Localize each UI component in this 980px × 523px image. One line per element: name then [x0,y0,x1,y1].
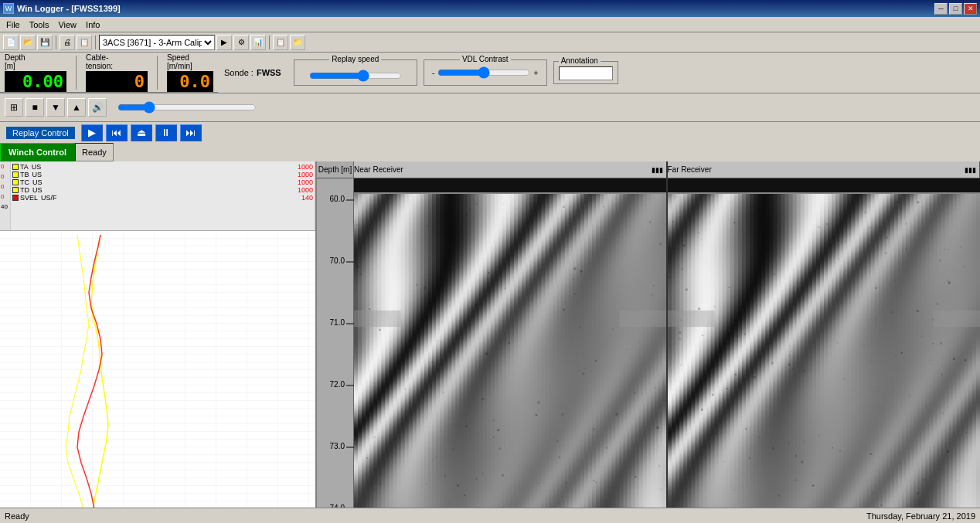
track-index-ta: 0 [0,161,10,172]
track-entry-tc: TC US 1000 [12,178,313,186]
replay-skip-back-btn[interactable]: ⏮ [106,124,128,141]
winch-status-bar: Winch Control Ready [0,143,980,161]
up-btn[interactable]: ▲ [67,98,86,117]
speed-value: 0.0 [167,71,213,92]
menu-tools[interactable]: Tools [25,19,54,31]
app-icon: W [3,3,14,14]
titlebar: W Win Logger - [FWSS1399] ─ □ ✕ [0,0,980,17]
track-unit-ta: US [32,163,42,171]
info-bar: Depth [m] 0.00 Cable- tension: 0 Speed [… [0,53,218,93]
vdl-content: 60.0 70.0 71.0 72.0 73.0 74.0 75.0 [317,178,980,508]
status-left: Ready [5,511,29,521]
toolbar: 📄 📂 💾 🖨 📋 3ACS [3671] - 3-Arm Caliper ▶ … [0,32,980,53]
toolbar-extra2-btn[interactable]: 📁 [290,35,305,50]
minimize-button[interactable]: ─ [934,3,948,15]
speaker-btn[interactable]: 🔊 [88,98,107,117]
toolbar-sep3 [269,36,270,49]
log-plot [0,231,315,508]
menubar: File Tools View Info [0,17,980,32]
track-scale-td: 1000 [298,186,313,194]
toolbar-open-btn[interactable]: 📂 [20,35,36,50]
far-receiver-vdl [668,178,980,508]
track-entry-ta: TA US 1000 [12,163,313,171]
depth-axis: 60.0 70.0 71.0 72.0 73.0 74.0 75.0 [317,178,354,508]
titlebar-left: W Win Logger - [FWSS1399] [3,3,121,14]
speed-group: Speed [m/min] 0.0 [167,53,213,92]
depth-label: Depth [m] [5,53,26,70]
track-scale-tb: 1000 [298,171,313,178]
speed-label: Speed [m/min] [167,53,192,70]
grid-btn[interactable]: ⊞ [5,98,23,117]
replay-skip-forward-btn[interactable]: ⏭ [180,124,202,141]
vdl-minus-label: - [432,69,434,77]
log-plot-svg [0,231,315,508]
toolbar-chart-btn[interactable]: 📊 [250,35,266,50]
track-headers: 0 0 0 0 40 TA US 1000 TB US 1000 [0,161,315,231]
vdl-contrast-slider[interactable] [437,66,530,79]
info-sep2 [157,56,158,90]
annotation-input[interactable] [559,66,613,80]
winch-control-button[interactable]: Winch Control [0,143,75,161]
vdl-contrast-group: VDL Contrast - + [424,59,547,86]
toolbar-copy-btn[interactable]: 📋 [77,35,92,50]
toolbar-sep2 [95,36,96,49]
bottom-status-bar: Ready Thursday, February 21, 2019 [0,508,980,523]
depth-col-header: Depth [m] [317,161,354,178]
replay-eject-btn[interactable]: ⏏ [131,124,152,141]
stop-btn[interactable]: ■ [26,98,44,117]
toolbar-sep1 [56,36,56,49]
depth-tick-700: 70.0 [330,256,345,265]
replay-speed-slider[interactable] [309,70,402,82]
toolbar-print-btn[interactable]: 🖨 [60,35,75,50]
near-receiver-header: Near Receiver ▮▮▮ [354,161,668,178]
depth-axis-svg: 60.0 70.0 71.0 72.0 73.0 74.0 75.0 [317,178,354,508]
toolbar-extra-btn[interactable]: 📋 [273,35,288,50]
toolbar-settings-btn[interactable]: ⚙ [233,35,249,50]
menu-info[interactable]: Info [81,19,104,31]
vdl-plus-label: + [533,69,538,77]
app-icon-letter: W [5,5,12,12]
right-panel: Depth [m] Near Receiver ▮▮▮ Far Receiver… [317,161,980,508]
track-scale-ta: 1000 [298,163,313,171]
track-index-svel: 40 [0,202,10,212]
cable-tension-group: Cable- tension: 0 [86,53,148,92]
menu-file[interactable]: File [2,19,25,31]
sonde-value: FWSS [257,68,281,77]
sonde-label: Sonde : [224,68,254,77]
track-entry-td: TD US 1000 [12,186,313,194]
track-name-tb: TB [20,171,29,178]
info-sep1 [76,56,77,90]
titlebar-controls: ─ □ ✕ [934,3,977,15]
winch-status-label: Ready [75,143,114,161]
track-unit-tc: US [32,178,43,186]
toolbar-save-btn[interactable]: 💾 [37,35,53,50]
replay-pause-btn[interactable]: ⏸ [155,124,177,141]
replay-play-btn[interactable]: ▶ [81,124,103,141]
down-btn[interactable]: ▼ [46,98,65,117]
track-index-td: 0 [0,192,10,202]
maximize-button[interactable]: □ [949,3,962,15]
track-index-tb: 0 [0,172,10,182]
toolbar-arrow-btn[interactable]: ▶ [216,35,232,50]
track-color-tb [12,172,19,178]
sonde-dropdown[interactable]: 3ACS [3671] - 3-Arm Caliper [99,35,215,50]
toolbar-new-btn[interactable]: 📄 [3,35,19,50]
scroll-slider[interactable] [117,101,257,114]
status-right: Thursday, February 21, 2019 [866,511,975,521]
vdl-headers: Depth [m] Near Receiver ▮▮▮ Far Receiver… [317,161,980,178]
track-index-tc: 0 [0,182,10,192]
sonde-group: Sonde : FWSS [224,68,281,77]
close-button[interactable]: ✕ [964,3,977,15]
track-name-ta: TA [20,163,29,171]
near-receiver-vdl [354,178,668,508]
vdl-slider-row: - + [432,66,538,79]
annotation-title: Annotation [559,56,601,65]
far-vdl-canvas [668,178,980,508]
depth-tick-730: 73.0 [330,442,345,450]
track-unit-svel: US/F [41,194,57,202]
track-name-td: TD [20,186,29,194]
vdl-contrast-title: VDL Contrast [460,55,511,63]
track-entry-tb: TB US 1000 [12,171,313,178]
replay-speed-group: Replay speed [294,59,417,86]
menu-view[interactable]: View [53,19,81,31]
